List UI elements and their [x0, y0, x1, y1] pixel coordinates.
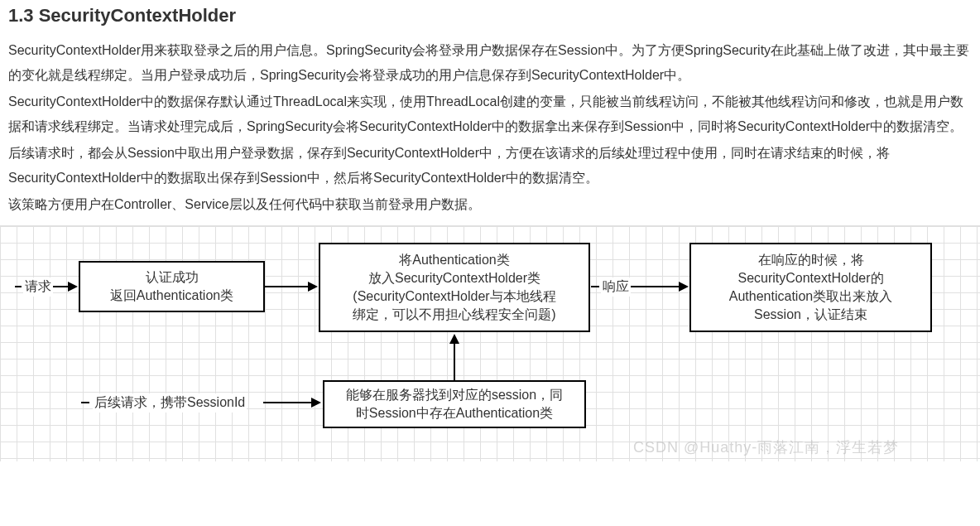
dash-resp-1: [591, 286, 599, 287]
box1-line1: 认证成功: [146, 268, 199, 287]
box2-line2: 放入SecurityContextHolder类: [368, 269, 540, 287]
box4-line2: 时Session中存在Authentication类: [356, 404, 553, 422]
dash-followup-1: [81, 402, 89, 403]
box-response-session: 在响应的时候，将 SecurityContextHolder的 Authenti…: [689, 243, 932, 332]
box2-line1: 将Authentication类: [399, 251, 509, 269]
arrow-resp-line: [631, 286, 680, 287]
dash-request-1: [15, 286, 22, 287]
label-request: 请求: [23, 277, 53, 297]
box2-line4: 绑定，可以不用担心线程安全问题): [353, 306, 555, 324]
box-auth-success: 认证成功 返回Authentication类: [79, 261, 265, 312]
arrow-req-head: [68, 282, 78, 292]
paragraph-4: 该策略方便用户在Controller、Service层以及任何代码中获取当前登录…: [0, 192, 980, 217]
arrow-up-head: [449, 334, 459, 344]
label-response: 响应: [601, 277, 631, 297]
paragraph-3: 后续请求时，都会从Session中取出用户登录数据，保存到SecurityCon…: [0, 141, 980, 191]
box-followup-session: 能够在服务器找到对应的session，同 时Session中存在Authenti…: [323, 380, 586, 428]
paragraph-2: SecurityContextHolder中的数据保存默认通过ThreadLoc…: [0, 89, 980, 139]
box-put-authentication: 将Authentication类 放入SecurityContextHolder…: [319, 243, 590, 332]
paragraph-1: SecurityContextHolder用来获取登录之后的用户信息。Sprin…: [0, 38, 980, 88]
box1-line2: 返回Authentication类: [110, 287, 233, 305]
arrow-req-line: [53, 286, 70, 287]
box4-line1: 能够在服务器找到对应的session，同: [346, 386, 563, 404]
box3-line3: Authentication类取出来放入: [729, 287, 892, 306]
arrow-followup-head: [311, 398, 321, 408]
flow-diagram: 请求 认证成功 返回Authentication类 将Authenticatio…: [0, 225, 980, 461]
arrow-resp-head: [679, 282, 689, 292]
box3-line1: 在响应的时候，将: [758, 251, 864, 269]
label-followup: 后续请求，携带SessionId: [93, 393, 247, 413]
box3-line2: SecurityContextHolder的: [737, 269, 883, 287]
box3-line4: Session，认证结束: [754, 306, 867, 324]
arrow-1-2-line: [265, 286, 310, 287]
section-heading: 1.3 SecurityContextHolder: [0, 0, 980, 38]
watermark-text: CSDN @Huathy-雨落江南，浮生若梦: [633, 437, 899, 457]
arrow-up-line: [454, 342, 455, 380]
box2-line3: (SecurityContextHolder与本地线程: [353, 287, 555, 306]
arrow-1-2-head: [308, 282, 318, 292]
arrow-followup-line: [263, 402, 313, 403]
